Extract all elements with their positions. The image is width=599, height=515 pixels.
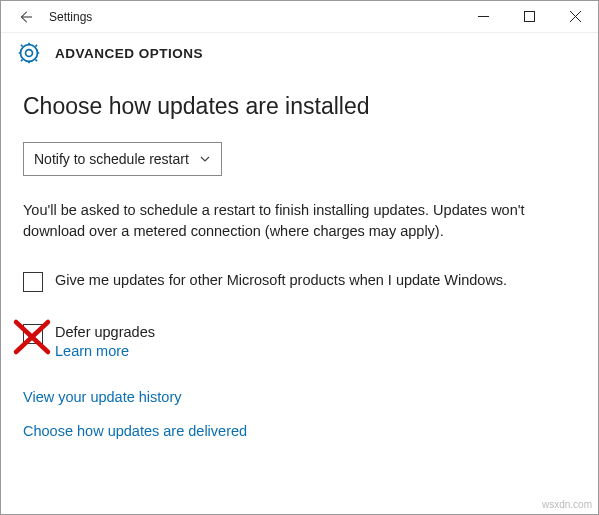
arrow-left-icon xyxy=(17,8,35,26)
close-icon xyxy=(570,11,581,22)
schedule-description: You'll be asked to schedule a restart to… xyxy=(23,200,543,242)
delivery-link[interactable]: Choose how updates are delivered xyxy=(23,423,576,439)
other-products-checkbox[interactable] xyxy=(23,272,43,292)
svg-point-5 xyxy=(26,50,33,57)
other-products-label: Give me updates for other Microsoft prod… xyxy=(55,270,507,291)
page-title: ADVANCED OPTIONS xyxy=(55,46,203,61)
page-header: ADVANCED OPTIONS xyxy=(1,33,598,79)
section-heading: Choose how updates are installed xyxy=(23,93,576,120)
other-products-row: Give me updates for other Microsoft prod… xyxy=(23,270,576,292)
maximize-button[interactable] xyxy=(506,2,552,32)
svg-rect-2 xyxy=(524,12,534,22)
back-button[interactable] xyxy=(9,2,43,32)
defer-upgrades-checkbox[interactable] xyxy=(23,324,43,344)
maximize-icon xyxy=(524,11,535,22)
dropdown-value: Notify to schedule restart xyxy=(34,151,189,167)
view-history-link[interactable]: View your update history xyxy=(23,389,576,405)
defer-upgrades-label: Defer upgrades xyxy=(55,322,155,343)
defer-upgrades-row: Defer upgrades Learn more xyxy=(23,322,576,359)
content-area: Choose how updates are installed Notify … xyxy=(1,79,598,515)
minimize-button[interactable] xyxy=(460,2,506,32)
close-button[interactable] xyxy=(552,2,598,32)
gear-icon xyxy=(15,39,43,67)
install-mode-dropdown[interactable]: Notify to schedule restart xyxy=(23,142,222,176)
svg-point-6 xyxy=(21,45,38,62)
titlebar: Settings xyxy=(1,1,598,33)
window-controls xyxy=(460,2,598,32)
window-title: Settings xyxy=(49,10,92,24)
watermark: wsxdn.com xyxy=(542,499,592,510)
learn-more-link[interactable]: Learn more xyxy=(55,343,155,359)
minimize-icon xyxy=(478,11,489,22)
chevron-down-icon xyxy=(199,153,211,165)
